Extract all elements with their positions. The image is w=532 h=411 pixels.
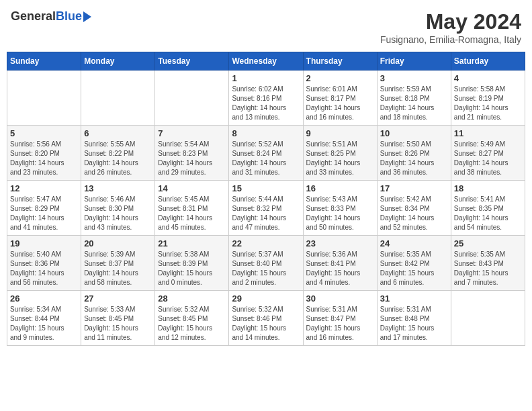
- day-info: Sunrise: 5:33 AM Sunset: 8:45 PM Dayligh…: [84, 305, 152, 342]
- calendar-cell: 5Sunrise: 5:56 AM Sunset: 8:20 PM Daylig…: [7, 126, 81, 181]
- day-number: 1: [232, 73, 300, 83]
- day-number: 23: [306, 238, 374, 248]
- day-number: 9: [306, 128, 374, 138]
- weekday-header-saturday: Saturday: [451, 52, 525, 71]
- calendar-cell: 7Sunrise: 5:54 AM Sunset: 8:23 PM Daylig…: [155, 126, 229, 181]
- weekday-header-friday: Friday: [377, 52, 451, 71]
- day-info: Sunrise: 5:49 AM Sunset: 8:27 PM Dayligh…: [454, 140, 522, 177]
- day-number: 10: [380, 128, 448, 138]
- calendar-cell: 6Sunrise: 5:55 AM Sunset: 8:22 PM Daylig…: [81, 126, 155, 181]
- calendar-cell: 21Sunrise: 5:38 AM Sunset: 8:39 PM Dayli…: [155, 236, 229, 291]
- day-number: 3: [380, 73, 448, 83]
- day-info: Sunrise: 5:31 AM Sunset: 8:47 PM Dayligh…: [306, 305, 374, 342]
- day-info: Sunrise: 5:59 AM Sunset: 8:18 PM Dayligh…: [380, 85, 448, 122]
- logo-general-text: General: [11, 9, 56, 24]
- calendar-cell: 20Sunrise: 5:39 AM Sunset: 8:37 PM Dayli…: [81, 236, 155, 291]
- day-info: Sunrise: 5:52 AM Sunset: 8:24 PM Dayligh…: [232, 140, 300, 177]
- day-number: 31: [380, 293, 448, 304]
- day-number: 28: [158, 293, 226, 304]
- calendar-cell: 28Sunrise: 5:32 AM Sunset: 8:45 PM Dayli…: [155, 291, 229, 346]
- calendar-cell: 15Sunrise: 5:44 AM Sunset: 8:32 PM Dayli…: [229, 181, 303, 236]
- day-number: 18: [454, 183, 522, 193]
- day-number: 16: [306, 183, 374, 193]
- weekday-header-monday: Monday: [81, 52, 155, 71]
- day-info: Sunrise: 5:51 AM Sunset: 8:25 PM Dayligh…: [306, 140, 374, 177]
- calendar-cell: 16Sunrise: 5:43 AM Sunset: 8:33 PM Dayli…: [303, 181, 377, 236]
- day-info: Sunrise: 6:02 AM Sunset: 8:16 PM Dayligh…: [232, 85, 300, 122]
- day-number: 25: [454, 238, 522, 248]
- weekday-header-thursday: Thursday: [303, 52, 377, 71]
- day-number: 6: [84, 128, 152, 138]
- calendar-cell: 9Sunrise: 5:51 AM Sunset: 8:25 PM Daylig…: [303, 126, 377, 181]
- day-number: 4: [454, 73, 522, 83]
- day-number: 2: [306, 73, 374, 83]
- weekday-header-sunday: Sunday: [7, 52, 81, 71]
- day-info: Sunrise: 5:43 AM Sunset: 8:33 PM Dayligh…: [306, 195, 374, 232]
- day-info: Sunrise: 5:46 AM Sunset: 8:30 PM Dayligh…: [84, 195, 152, 232]
- day-info: Sunrise: 5:54 AM Sunset: 8:23 PM Dayligh…: [158, 140, 226, 177]
- day-number: 14: [158, 183, 226, 193]
- calendar-cell: 10Sunrise: 5:50 AM Sunset: 8:26 PM Dayli…: [377, 126, 451, 181]
- day-info: Sunrise: 5:58 AM Sunset: 8:19 PM Dayligh…: [454, 85, 522, 122]
- day-info: Sunrise: 5:42 AM Sunset: 8:34 PM Dayligh…: [380, 195, 448, 232]
- location-text: Fusignano, Emilia-Romagna, Italy: [380, 34, 521, 45]
- calendar-week-row: 1Sunrise: 6:02 AM Sunset: 8:16 PM Daylig…: [7, 71, 525, 126]
- day-info: Sunrise: 5:39 AM Sunset: 8:37 PM Dayligh…: [84, 250, 152, 287]
- calendar-cell: 1Sunrise: 6:02 AM Sunset: 8:16 PM Daylig…: [229, 71, 303, 126]
- day-info: Sunrise: 5:32 AM Sunset: 8:45 PM Dayligh…: [158, 305, 226, 342]
- weekday-header-row: SundayMondayTuesdayWednesdayThursdayFrid…: [7, 52, 525, 71]
- month-title: May 2024: [380, 9, 521, 34]
- day-number: 19: [10, 238, 78, 248]
- day-number: 8: [232, 128, 300, 138]
- day-info: Sunrise: 5:36 AM Sunset: 8:41 PM Dayligh…: [306, 250, 374, 287]
- day-number: 27: [84, 293, 152, 304]
- day-number: 21: [158, 238, 226, 248]
- calendar-week-row: 26Sunrise: 5:34 AM Sunset: 8:44 PM Dayli…: [7, 291, 525, 346]
- day-number: 17: [380, 183, 448, 193]
- calendar-cell: 23Sunrise: 5:36 AM Sunset: 8:41 PM Dayli…: [303, 236, 377, 291]
- day-number: 24: [380, 238, 448, 248]
- day-info: Sunrise: 5:40 AM Sunset: 8:36 PM Dayligh…: [10, 250, 78, 287]
- day-info: Sunrise: 5:38 AM Sunset: 8:39 PM Dayligh…: [158, 250, 226, 287]
- calendar-cell: [81, 71, 155, 126]
- title-area: May 2024 Fusignano, Emilia-Romagna, Ital…: [380, 9, 521, 45]
- calendar-cell: 14Sunrise: 5:45 AM Sunset: 8:31 PM Dayli…: [155, 181, 229, 236]
- day-number: 22: [232, 238, 300, 248]
- day-info: Sunrise: 5:34 AM Sunset: 8:44 PM Dayligh…: [10, 305, 78, 342]
- day-info: Sunrise: 5:32 AM Sunset: 8:46 PM Dayligh…: [232, 305, 300, 342]
- calendar-cell: 2Sunrise: 6:01 AM Sunset: 8:17 PM Daylig…: [303, 71, 377, 126]
- day-info: Sunrise: 5:47 AM Sunset: 8:29 PM Dayligh…: [10, 195, 78, 232]
- weekday-header-tuesday: Tuesday: [155, 52, 229, 71]
- day-info: Sunrise: 5:45 AM Sunset: 8:31 PM Dayligh…: [158, 195, 226, 232]
- calendar-cell: 24Sunrise: 5:35 AM Sunset: 8:42 PM Dayli…: [377, 236, 451, 291]
- calendar-cell: 11Sunrise: 5:49 AM Sunset: 8:27 PM Dayli…: [451, 126, 525, 181]
- calendar-cell: 31Sunrise: 5:31 AM Sunset: 8:48 PM Dayli…: [377, 291, 451, 346]
- calendar-cell: 8Sunrise: 5:52 AM Sunset: 8:24 PM Daylig…: [229, 126, 303, 181]
- day-info: Sunrise: 5:41 AM Sunset: 8:35 PM Dayligh…: [454, 195, 522, 232]
- day-number: 30: [306, 293, 374, 304]
- day-info: Sunrise: 5:56 AM Sunset: 8:20 PM Dayligh…: [10, 140, 78, 177]
- calendar-cell: 17Sunrise: 5:42 AM Sunset: 8:34 PM Dayli…: [377, 181, 451, 236]
- calendar-week-row: 19Sunrise: 5:40 AM Sunset: 8:36 PM Dayli…: [7, 236, 525, 291]
- day-number: 5: [10, 128, 78, 138]
- calendar-week-row: 12Sunrise: 5:47 AM Sunset: 8:29 PM Dayli…: [7, 181, 525, 236]
- day-info: Sunrise: 6:01 AM Sunset: 8:17 PM Dayligh…: [306, 85, 374, 122]
- calendar-table: SundayMondayTuesdayWednesdayThursdayFrid…: [7, 52, 525, 346]
- day-number: 26: [10, 293, 78, 304]
- calendar-cell: 29Sunrise: 5:32 AM Sunset: 8:46 PM Dayli…: [229, 291, 303, 346]
- weekday-header-wednesday: Wednesday: [229, 52, 303, 71]
- calendar-cell: 27Sunrise: 5:33 AM Sunset: 8:45 PM Dayli…: [81, 291, 155, 346]
- logo-arrow-icon: [83, 11, 91, 22]
- calendar-cell: [451, 291, 525, 346]
- calendar-cell: [7, 71, 81, 126]
- day-info: Sunrise: 5:50 AM Sunset: 8:26 PM Dayligh…: [380, 140, 448, 177]
- calendar-cell: 30Sunrise: 5:31 AM Sunset: 8:47 PM Dayli…: [303, 291, 377, 346]
- calendar-cell: [155, 71, 229, 126]
- calendar-cell: 12Sunrise: 5:47 AM Sunset: 8:29 PM Dayli…: [7, 181, 81, 236]
- day-info: Sunrise: 5:44 AM Sunset: 8:32 PM Dayligh…: [232, 195, 300, 232]
- day-number: 12: [10, 183, 78, 193]
- calendar-cell: 22Sunrise: 5:37 AM Sunset: 8:40 PM Dayli…: [229, 236, 303, 291]
- day-number: 20: [84, 238, 152, 248]
- day-number: 7: [158, 128, 226, 138]
- day-info: Sunrise: 5:55 AM Sunset: 8:22 PM Dayligh…: [84, 140, 152, 177]
